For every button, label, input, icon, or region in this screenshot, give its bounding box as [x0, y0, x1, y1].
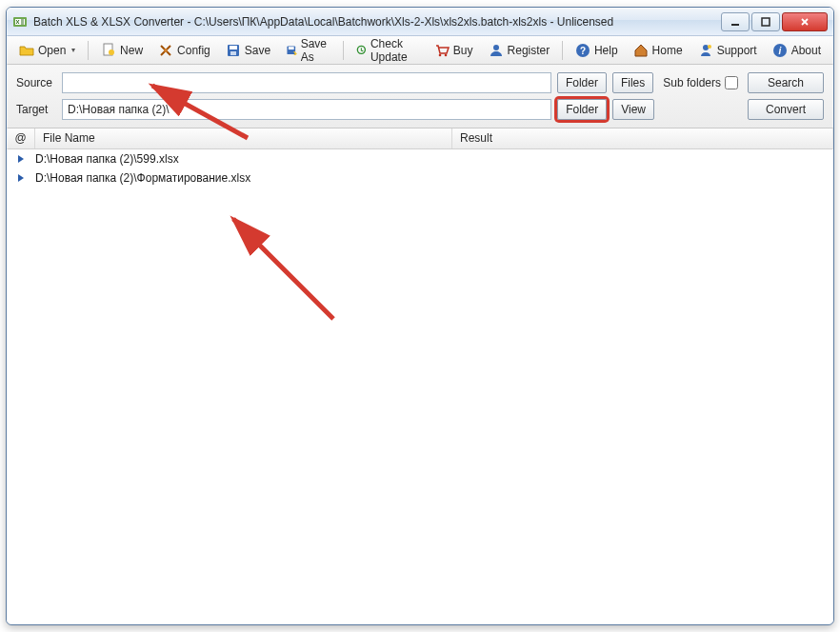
- window-title: Batch XLS & XLSX Converter - C:\Users\ПК…: [33, 15, 721, 29]
- source-folder-button[interactable]: Folder: [557, 72, 607, 93]
- close-button[interactable]: [782, 12, 828, 31]
- help-icon: ?: [575, 43, 590, 58]
- column-filename[interactable]: File Name: [35, 128, 452, 148]
- save-icon: [226, 43, 241, 58]
- open-button[interactable]: Open▾: [12, 39, 82, 62]
- toolbar: Open▾ New Config Save Save As Check Upda…: [7, 36, 833, 65]
- svg-rect-2: [731, 24, 739, 26]
- svg-point-19: [708, 45, 711, 49]
- check-update-button[interactable]: Check Update: [350, 33, 426, 68]
- svg-point-13: [439, 53, 442, 56]
- target-input[interactable]: [62, 99, 551, 120]
- svg-rect-8: [230, 46, 237, 49]
- buy-button[interactable]: Buy: [428, 39, 480, 62]
- update-icon: [356, 43, 367, 58]
- info-icon: i: [772, 43, 788, 58]
- chevron-down-icon: ▾: [71, 46, 75, 54]
- separator: [343, 41, 344, 60]
- svg-text:?: ?: [580, 46, 586, 56]
- sub-folders-checkbox[interactable]: Sub folders: [663, 76, 738, 89]
- support-icon: [698, 43, 713, 58]
- file-name: D:\Новая папка (2)\Форматирование.xlsx: [31, 171, 449, 185]
- separator: [88, 41, 89, 60]
- svg-text:i: i: [778, 46, 781, 56]
- save-as-button[interactable]: Save As: [279, 33, 337, 68]
- home-icon: [633, 43, 649, 58]
- list-header: @ File Name Result: [7, 128, 833, 149]
- table-row[interactable]: D:\Новая папка (2)\599.xlsx: [7, 149, 833, 168]
- target-folder-button[interactable]: Folder: [557, 99, 607, 120]
- new-button[interactable]: New: [94, 39, 150, 62]
- maximize-button[interactable]: [751, 12, 780, 31]
- file-list: @ File Name Result D:\Новая папка (2)\59…: [7, 128, 833, 622]
- user-icon: [489, 43, 504, 58]
- minimize-button[interactable]: [721, 12, 750, 31]
- save-as-icon: [286, 43, 297, 58]
- svg-point-14: [445, 53, 448, 56]
- svg-point-18: [703, 45, 709, 50]
- about-button[interactable]: i About: [766, 39, 828, 62]
- save-button[interactable]: Save: [219, 39, 277, 62]
- folder-open-icon: [19, 43, 34, 58]
- home-button[interactable]: Home: [627, 39, 690, 62]
- table-row[interactable]: D:\Новая папка (2)\Форматирование.xlsx: [7, 168, 833, 188]
- column-result[interactable]: Result: [452, 128, 833, 148]
- play-icon: [10, 154, 31, 164]
- svg-point-15: [493, 45, 499, 50]
- svg-rect-11: [289, 47, 294, 49]
- svg-point-5: [109, 49, 114, 55]
- separator: [562, 41, 563, 60]
- app-icon: [12, 14, 28, 30]
- convert-button[interactable]: Convert: [748, 99, 824, 120]
- titlebar: Batch XLS & XLSX Converter - C:\Users\ПК…: [7, 8, 833, 36]
- register-button[interactable]: Register: [482, 39, 557, 62]
- play-icon: [10, 173, 31, 183]
- cart-icon: [434, 43, 450, 58]
- new-file-icon: [101, 43, 116, 58]
- svg-point-6: [164, 49, 168, 52]
- config-icon: [158, 43, 173, 58]
- svg-rect-3: [762, 18, 770, 26]
- config-button[interactable]: Config: [151, 39, 217, 62]
- file-name: D:\Новая папка (2)\599.xlsx: [31, 152, 449, 166]
- search-button[interactable]: Search: [748, 72, 824, 93]
- source-input[interactable]: [62, 72, 551, 93]
- support-button[interactable]: Support: [691, 39, 764, 62]
- source-files-button[interactable]: Files: [612, 72, 653, 93]
- source-label: Source: [16, 76, 56, 89]
- paths-panel: Source Folder Files Sub folders Search T…: [7, 65, 833, 128]
- target-view-button[interactable]: View: [612, 99, 654, 120]
- svg-rect-9: [230, 51, 236, 55]
- column-cmd[interactable]: @: [7, 128, 35, 148]
- help-button[interactable]: ? Help: [569, 39, 625, 62]
- target-label: Target: [16, 103, 56, 116]
